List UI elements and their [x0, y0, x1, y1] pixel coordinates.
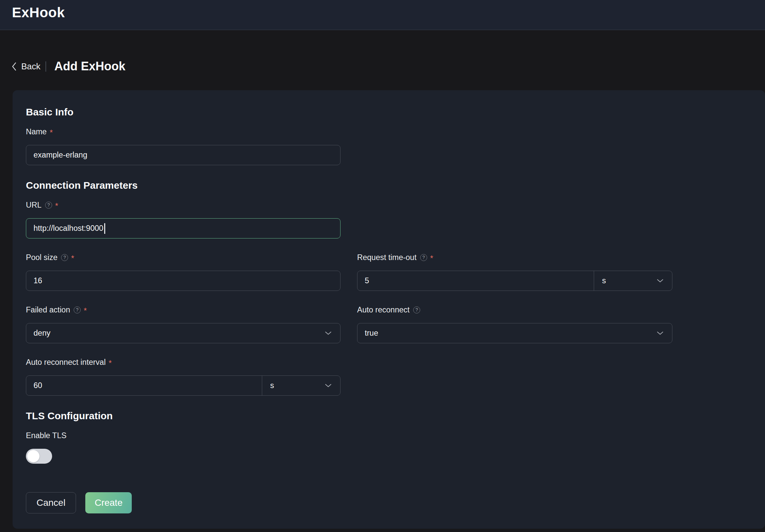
field-url: URL ? * http://localhost:9000	[26, 200, 752, 238]
enable-tls-toggle[interactable]	[26, 449, 52, 464]
auto-reconnect-interval-unit-select[interactable]: s	[262, 376, 340, 396]
pool-size-input[interactable]: 16	[26, 271, 341, 291]
back-label: Back	[21, 61, 41, 72]
help-icon[interactable]: ?	[74, 307, 81, 313]
section-basic-info: Basic Info	[26, 106, 752, 118]
required-asterisk: *	[84, 305, 87, 315]
help-icon[interactable]: ?	[420, 254, 427, 261]
name-input[interactable]: example-erlang	[26, 145, 341, 165]
url-input[interactable]: http://localhost:9000	[26, 218, 341, 238]
chevron-down-icon	[657, 279, 663, 283]
pool-size-input-value: 16	[34, 276, 42, 285]
auto-reconnect-label: Auto reconnect	[357, 306, 409, 314]
help-glyph: ?	[415, 308, 418, 312]
form-title: Add ExHook	[54, 59, 126, 73]
failed-action-select[interactable]: deny	[26, 323, 341, 343]
add-exhook-form-card: Basic Info Name * example-erlang Connect…	[13, 90, 765, 529]
form-actions: Cancel Create	[26, 492, 752, 513]
url-input-value: http://localhost:9000	[34, 224, 103, 233]
help-glyph: ?	[63, 255, 66, 260]
failed-action-label: Failed action	[26, 306, 70, 314]
required-asterisk: *	[55, 200, 58, 210]
app-header: ExHook	[0, 0, 765, 30]
auto-reconnect-interval-input-group: 60 s	[26, 376, 341, 396]
breadcrumb-divider	[45, 61, 46, 72]
chevron-down-icon	[325, 331, 332, 335]
auto-reconnect-select[interactable]: true	[357, 323, 672, 343]
help-icon[interactable]: ?	[61, 254, 68, 261]
text-cursor	[104, 223, 105, 234]
section-tls-configuration: TLS Configuration	[26, 410, 752, 421]
required-asterisk: *	[430, 252, 433, 262]
help-glyph: ?	[76, 308, 79, 312]
field-enable-tls: Enable TLS	[26, 431, 752, 464]
chevron-down-icon	[657, 331, 663, 335]
help-icon[interactable]: ?	[413, 307, 420, 313]
name-input-value: example-erlang	[34, 150, 87, 159]
breadcrumb: Back Add ExHook	[11, 58, 765, 74]
request-timeout-label: Request time-out	[357, 253, 416, 262]
field-pool-size: Pool size ? * 16	[26, 253, 341, 291]
page-title: ExHook	[12, 5, 65, 21]
field-failed-action: Failed action ? * deny	[26, 305, 341, 343]
auto-reconnect-interval-value: 60	[34, 381, 42, 390]
request-timeout-unit-value: s	[602, 276, 606, 285]
help-glyph: ?	[422, 255, 425, 260]
enable-tls-label: Enable TLS	[26, 431, 66, 440]
field-auto-reconnect-interval: Auto reconnect interval * 60 s	[26, 358, 752, 396]
help-icon[interactable]: ?	[45, 202, 52, 209]
auto-reconnect-interval-label: Auto reconnect interval	[26, 358, 106, 367]
chevron-left-icon	[11, 62, 17, 71]
request-timeout-input-group: 5 s	[357, 271, 672, 291]
toggle-knob	[27, 450, 40, 462]
request-timeout-unit-select[interactable]: s	[594, 271, 672, 291]
field-request-timeout: Request time-out ? * 5 s	[357, 253, 672, 291]
request-timeout-input[interactable]: 5	[358, 271, 594, 291]
create-button[interactable]: Create	[85, 492, 132, 513]
auto-reconnect-interval-unit-value: s	[270, 381, 274, 390]
failed-action-value: deny	[34, 329, 50, 338]
chevron-down-icon	[325, 384, 332, 388]
cancel-button[interactable]: Cancel	[26, 492, 76, 513]
section-connection-parameters: Connection Parameters	[26, 179, 752, 191]
auto-reconnect-interval-input[interactable]: 60	[26, 376, 262, 396]
help-glyph: ?	[47, 203, 50, 207]
required-asterisk: *	[71, 252, 74, 262]
auto-reconnect-value: true	[365, 329, 379, 338]
back-button[interactable]: Back	[11, 61, 41, 72]
request-timeout-value: 5	[365, 276, 369, 285]
required-asterisk: *	[109, 357, 112, 367]
pool-size-label: Pool size	[26, 253, 57, 262]
field-name: Name * example-erlang	[26, 127, 752, 165]
url-label: URL	[26, 201, 42, 210]
name-label: Name	[26, 128, 47, 136]
field-auto-reconnect: Auto reconnect ? true	[357, 305, 672, 343]
required-asterisk: *	[50, 127, 53, 136]
